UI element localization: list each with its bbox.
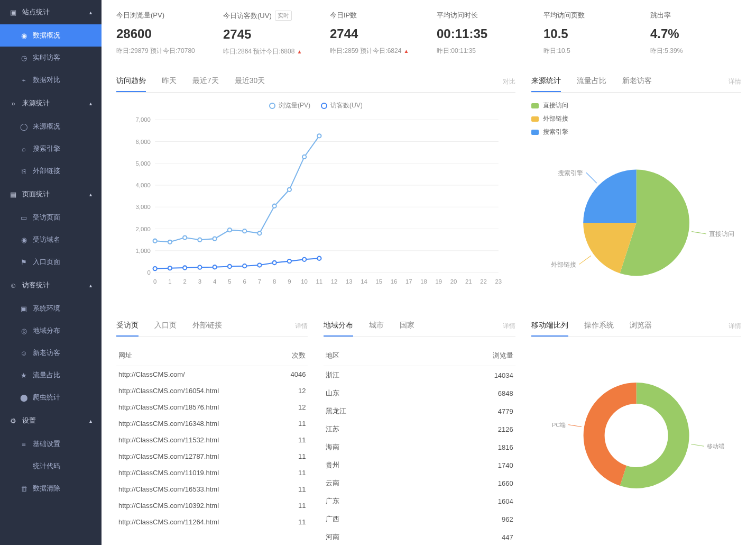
- nav-item[interactable]: ⎘外部链接: [0, 160, 102, 182]
- nav-item[interactable]: ⚑入口页面: [0, 251, 102, 273]
- table-row[interactable]: http://ClassCMS.com/16533.html11: [116, 481, 308, 497]
- nav-icon: ☺: [20, 349, 27, 357]
- table-row[interactable]: 海南1816: [324, 438, 515, 456]
- table-row[interactable]: 山东6848: [324, 384, 515, 402]
- region-tabs: 地域分布城市国家详情: [324, 315, 515, 337]
- svg-text:PC端: PC端: [552, 422, 566, 428]
- svg-text:15: 15: [376, 278, 383, 285]
- cell-views: 4779: [420, 402, 515, 420]
- table-row[interactable]: http://ClassCMS.com/11019.html11: [116, 465, 308, 481]
- nav-item[interactable]: ▭受访页面: [0, 206, 102, 229]
- table-row[interactable]: http://ClassCMS.com/4046: [116, 366, 308, 383]
- tab[interactable]: 新老访客: [622, 71, 652, 92]
- nav-item[interactable]: ◷实时访客: [0, 47, 102, 69]
- svg-text:17: 17: [405, 278, 412, 285]
- nav-item[interactable]: ◎地域分布: [0, 320, 102, 342]
- tab[interactable]: 国家: [400, 315, 414, 337]
- tab-action[interactable]: 详情: [729, 322, 741, 331]
- tab[interactable]: 昨天: [162, 71, 177, 92]
- tab[interactable]: 移动端比列: [531, 315, 568, 337]
- tab[interactable]: 流量占比: [577, 71, 606, 92]
- nav-label: 受访域名: [33, 235, 60, 244]
- tab[interactable]: 浏览器: [630, 315, 652, 337]
- tab[interactable]: 最近30天: [235, 71, 265, 92]
- cell-area: 广东: [324, 492, 419, 510]
- tab-action[interactable]: 详情: [295, 322, 308, 331]
- nav-group[interactable]: ⚙设置▴: [0, 408, 102, 433]
- legend-label: 浏览量(PV): [279, 101, 310, 110]
- tab-action[interactable]: 详情: [729, 77, 741, 86]
- svg-point-50: [302, 155, 306, 159]
- table-row[interactable]: 广东1604: [324, 492, 515, 510]
- svg-line-68: [586, 172, 597, 183]
- nav-item[interactable]: ⬤爬虫统计: [0, 386, 102, 408]
- table-row[interactable]: 广西962: [324, 510, 515, 528]
- nav-item[interactable]: ◉数据概况: [0, 24, 102, 47]
- tab[interactable]: 最近7天: [192, 71, 219, 92]
- svg-text:2: 2: [183, 278, 187, 285]
- tab[interactable]: 城市: [369, 315, 384, 337]
- cell-area: 黑龙江: [324, 402, 419, 420]
- svg-text:搜索引擎: 搜索引擎: [558, 169, 583, 177]
- table-row[interactable]: 江苏2126: [324, 420, 515, 438]
- cell-area: 贵州: [324, 456, 419, 474]
- cell-url: http://ClassCMS.com/11532.html: [116, 432, 278, 448]
- tab[interactable]: 入口页: [154, 315, 177, 337]
- nav-item[interactable]: ⌁数据对比: [0, 69, 102, 91]
- cell-url: http://ClassCMS.com/16348.html: [116, 415, 278, 432]
- nav-item[interactable]: ☺新老访客: [0, 342, 102, 364]
- nav-label: 来源概况: [33, 122, 60, 131]
- th-count: 次数: [278, 346, 308, 366]
- table-row[interactable]: 河南447: [324, 528, 515, 545]
- nav-icon: ⌕: [20, 145, 27, 153]
- table-row[interactable]: http://ClassCMS.com/10392.html11: [116, 497, 308, 514]
- chevron-up-icon: ▴: [89, 192, 92, 197]
- nav-label: 基础设置: [33, 439, 60, 449]
- table-row[interactable]: 贵州1740: [324, 456, 515, 474]
- svg-point-62: [302, 258, 306, 261]
- svg-text:4: 4: [213, 278, 216, 285]
- tab[interactable]: 操作系统: [584, 315, 614, 337]
- nav-group[interactable]: »来源统计▴: [0, 91, 102, 115]
- source-panel: 来源统计流量占比新老访客详情 直接访问外部链接搜索引擎 直接访问外部链接搜索引擎: [531, 71, 741, 299]
- nav-group[interactable]: ▤页面统计▴: [0, 182, 102, 206]
- nav-item[interactable]: 统计代码: [0, 455, 102, 477]
- tab-action[interactable]: 对比: [503, 77, 515, 86]
- svg-line-66: [579, 256, 591, 264]
- tab[interactable]: 地域分布: [324, 315, 353, 337]
- nav-icon: ≡: [20, 440, 27, 448]
- tab-action[interactable]: 详情: [503, 322, 515, 331]
- tab[interactable]: 受访页: [116, 315, 139, 337]
- svg-point-48: [273, 204, 276, 208]
- stat-card: 平均访问时长 00:11:35 昨日:00:11:35: [437, 11, 528, 56]
- nav-label: 统计代码: [33, 461, 60, 471]
- svg-point-52: [153, 267, 157, 270]
- tab[interactable]: 外部链接: [192, 315, 222, 337]
- legend-item: 浏览量(PV): [269, 101, 310, 110]
- nav-group[interactable]: ▣站点统计▴: [0, 0, 102, 24]
- table-row[interactable]: http://ClassCMS.com/16348.html11: [116, 415, 308, 432]
- stat-card: 今日浏览量(PV) 28600 昨日:29879 预计今日:70780: [116, 11, 207, 56]
- nav-item[interactable]: ◉受访域名: [0, 229, 102, 251]
- table-row[interactable]: 浙江14034: [324, 366, 515, 385]
- table-row[interactable]: 黑龙江4779: [324, 402, 515, 420]
- table-row[interactable]: http://ClassCMS.com/16054.html12: [116, 383, 308, 399]
- tab[interactable]: 来源统计: [531, 71, 561, 92]
- nav-item[interactable]: ⌕搜索引擎: [0, 138, 102, 160]
- nav-item[interactable]: ★流量占比: [0, 364, 102, 386]
- table-row[interactable]: http://ClassCMS.com/18576.html12: [116, 399, 308, 415]
- table-row[interactable]: http://ClassCMS.com/11264.html11: [116, 514, 308, 530]
- nav-group[interactable]: ☺访客统计▴: [0, 273, 102, 297]
- table-row[interactable]: 云南1660: [324, 474, 515, 492]
- nav-item[interactable]: 🗑数据清除: [0, 477, 102, 499]
- stat-sub: 昨日:29879 预计今日:70780: [116, 47, 207, 56]
- table-row[interactable]: http://ClassCMS.com/12787.html11: [116, 448, 308, 465]
- table-row[interactable]: http://ClassCMS.com/11532.html11: [116, 432, 308, 448]
- nav-item[interactable]: ◯来源概况: [0, 115, 102, 138]
- tab[interactable]: 访问趋势: [116, 71, 146, 92]
- nav-icon: ⌁: [20, 76, 27, 84]
- nav-item[interactable]: ≡基础设置: [0, 433, 102, 455]
- nav-item[interactable]: ▣系统环境: [0, 297, 102, 320]
- cell-url: http://ClassCMS.com/10392.html: [116, 497, 278, 514]
- svg-point-60: [273, 261, 276, 265]
